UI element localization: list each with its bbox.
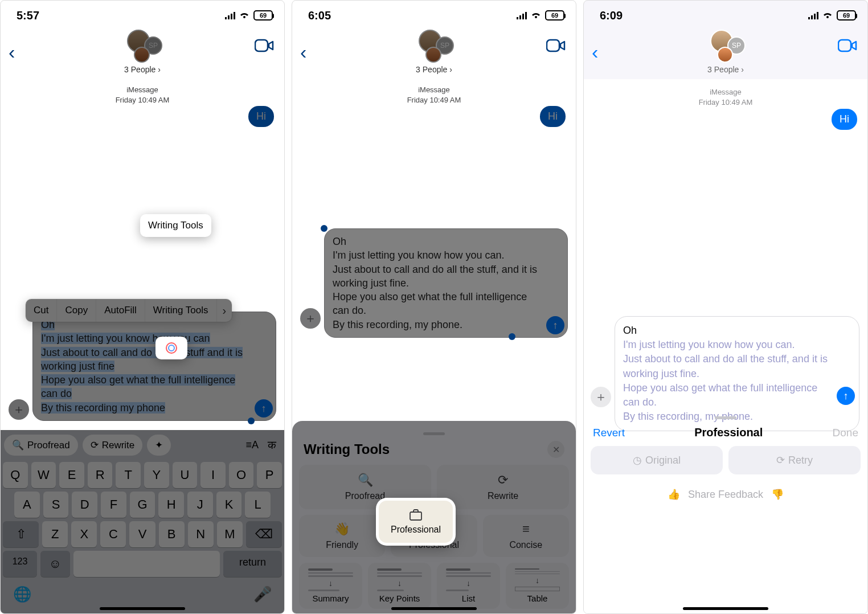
close-button[interactable]: ✕: [547, 441, 564, 458]
proofread-tile[interactable]: 🔍Proofread: [299, 465, 431, 509]
format-icon[interactable]: ≡A: [245, 439, 259, 451]
key[interactable]: T: [116, 462, 141, 488]
battery-icon: 69: [253, 10, 273, 21]
rewrite-pill[interactable]: ⟳ Rewrite: [83, 435, 143, 456]
contact-header[interactable]: SP 3 People ›: [706, 30, 746, 74]
home-indicator[interactable]: [683, 607, 768, 610]
lang-icon[interactable]: क: [263, 439, 281, 452]
backspace-key[interactable]: ⌫: [246, 521, 282, 547]
selection-handle[interactable]: [321, 225, 327, 232]
key[interactable]: D: [72, 492, 97, 518]
revert-button[interactable]: Revert: [593, 427, 625, 439]
numbers-key[interactable]: 123: [3, 551, 37, 577]
contact-header[interactable]: SP 3 People ›: [414, 30, 454, 74]
list-tile[interactable]: ↓List: [437, 563, 500, 609]
retry-button[interactable]: ⟳Retry: [728, 446, 861, 474]
thread-timestamp: iMessage Friday 10:49 AM: [1, 85, 284, 105]
battery-icon: 69: [545, 10, 564, 21]
facetime-button[interactable]: [546, 38, 566, 53]
dictate-key[interactable]: 🎤: [253, 586, 272, 603]
writing-tools-sheet: Writing Tools ✕ 🔍Proofread ⟳Rewrite 👋Fri…: [292, 421, 576, 613]
sheet-grabber[interactable]: [715, 416, 736, 419]
ctx-more[interactable]: ›: [217, 304, 232, 317]
writing-tools-pill[interactable]: ✦: [147, 435, 171, 456]
key[interactable]: U: [173, 462, 198, 488]
key[interactable]: W: [31, 462, 56, 488]
professional-tile[interactable]: 💼Professional: [391, 515, 477, 557]
key[interactable]: I: [200, 462, 226, 488]
sheet-grabber[interactable]: [423, 432, 445, 435]
ctx-writing-tools[interactable]: Writing Tools: [145, 299, 217, 322]
back-button[interactable]: ‹: [9, 41, 15, 63]
back-button[interactable]: ‹: [300, 41, 306, 63]
key[interactable]: P: [257, 462, 282, 488]
key[interactable]: H: [158, 492, 184, 518]
share-feedback[interactable]: 👍 Share Feedback 👎: [584, 482, 867, 517]
key[interactable]: O: [229, 462, 254, 488]
shift-key[interactable]: ⇧: [3, 521, 39, 547]
text-tools-row: 🔍 Proofread ⟳ Rewrite ✦ ≡A क: [1, 430, 284, 460]
key[interactable]: V: [129, 521, 155, 547]
globe-key[interactable]: 🌐: [13, 586, 31, 603]
selection-handle[interactable]: [248, 417, 255, 424]
key[interactable]: A: [14, 492, 40, 518]
compose-input[interactable]: Oh I'm just letting you know how you can…: [324, 228, 568, 338]
thumbs-down-icon[interactable]: 👎: [771, 488, 784, 501]
key[interactable]: R: [88, 462, 113, 488]
battery-icon: 69: [837, 10, 856, 21]
selected-text: Oh I'm just letting you know how you can…: [41, 319, 243, 414]
ctx-cut[interactable]: Cut: [26, 299, 57, 322]
home-indicator[interactable]: [391, 607, 477, 610]
table-tile[interactable]: ↓Table: [506, 563, 569, 609]
rewrite-tile[interactable]: ⟳Rewrite: [437, 465, 569, 509]
proofread-pill[interactable]: 🔍 Proofread: [4, 435, 78, 456]
contact-header[interactable]: SP 3 People ›: [122, 30, 162, 74]
cellular-icon: [808, 11, 818, 19]
compose-input[interactable]: Oh I'm just letting you know how you can…: [32, 312, 276, 421]
concise-tile[interactable]: ≡Concise: [483, 515, 569, 557]
message-out[interactable]: Hi: [832, 109, 857, 130]
selection-handle[interactable]: [509, 333, 515, 340]
key[interactable]: Y: [144, 462, 169, 488]
back-button[interactable]: ‹: [592, 41, 598, 63]
cellular-icon: [517, 11, 527, 19]
facetime-button[interactable]: [255, 38, 274, 53]
done-button[interactable]: Done: [833, 427, 858, 439]
key[interactable]: X: [71, 521, 97, 547]
message-out[interactable]: Hi: [540, 106, 566, 127]
original-button[interactable]: ◷Original: [591, 446, 723, 474]
key[interactable]: J: [187, 492, 213, 518]
friendly-tile[interactable]: 👋Friendly: [299, 515, 385, 557]
key[interactable]: E: [59, 462, 84, 488]
thumbs-up-icon[interactable]: 👍: [668, 488, 680, 501]
return-key[interactable]: return: [223, 551, 282, 577]
emoji-key[interactable]: ☺: [40, 551, 69, 577]
key[interactable]: G: [130, 492, 155, 518]
key[interactable]: K: [216, 492, 242, 518]
facetime-button[interactable]: [838, 38, 857, 53]
clock: 6:05: [308, 9, 331, 22]
key[interactable]: B: [159, 521, 185, 547]
ctx-autofill[interactable]: AutoFill: [96, 299, 145, 322]
attach-button[interactable]: ＋: [300, 308, 321, 329]
key[interactable]: M: [217, 521, 243, 547]
ctx-copy[interactable]: Copy: [57, 299, 96, 322]
key[interactable]: Z: [42, 521, 68, 547]
keyboard-row: 123 ☺ return: [1, 549, 284, 579]
key[interactable]: N: [188, 521, 214, 547]
keypoints-tile[interactable]: ↓Key Points: [368, 563, 431, 609]
send-button[interactable]: ↑: [837, 387, 855, 405]
space-key[interactable]: [73, 551, 220, 577]
summary-tile[interactable]: ↓Summary: [299, 563, 362, 609]
send-button[interactable]: ↑: [546, 316, 564, 334]
key[interactable]: L: [245, 492, 271, 518]
attach-button[interactable]: ＋: [591, 387, 611, 407]
message-out[interactable]: Hi: [248, 106, 274, 127]
home-indicator[interactable]: [100, 607, 185, 610]
key[interactable]: C: [100, 521, 126, 547]
key[interactable]: F: [101, 492, 126, 518]
key[interactable]: S: [43, 492, 69, 518]
send-button[interactable]: ↑: [255, 399, 273, 417]
key[interactable]: Q: [3, 462, 28, 488]
attach-button[interactable]: ＋: [9, 399, 29, 420]
